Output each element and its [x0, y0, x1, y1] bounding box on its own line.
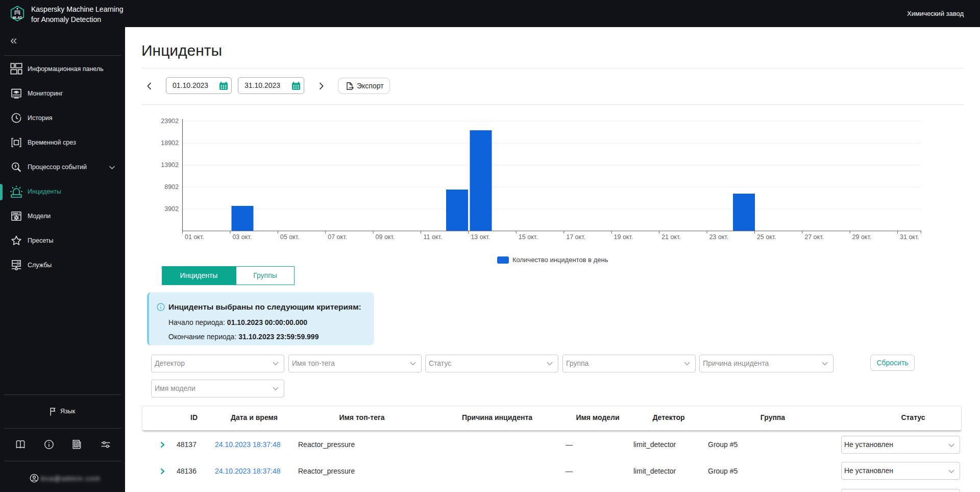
svg-text:25 окт.: 25 окт.: [757, 233, 776, 241]
svg-text:19 окт.: 19 окт.: [614, 233, 633, 241]
svg-text:07 окт.: 07 окт.: [328, 233, 347, 241]
svg-text:23 окт.: 23 окт.: [709, 233, 728, 241]
svg-text:13902: 13902: [161, 161, 179, 169]
svg-text:11 окт.: 11 окт.: [423, 233, 442, 241]
svg-text:03 окт.: 03 окт.: [232, 233, 252, 241]
svg-text:01 окт.: 01 окт.: [185, 233, 204, 241]
svg-text:18902: 18902: [161, 139, 179, 147]
svg-text:21 окт.: 21 окт.: [662, 233, 681, 241]
svg-text:29 окт.: 29 окт.: [852, 233, 872, 241]
svg-text:MLAD: MLAD: [13, 16, 22, 19]
svg-text:09 окт.: 09 окт.: [376, 233, 395, 241]
svg-text:15 окт.: 15 окт.: [519, 233, 538, 241]
svg-text:17 окт.: 17 окт.: [566, 233, 585, 241]
svg-text:13 окт.: 13 окт.: [471, 233, 490, 241]
svg-text:3902: 3902: [164, 205, 179, 213]
svg-text:8902: 8902: [164, 183, 179, 191]
svg-text:23902: 23902: [161, 118, 179, 125]
svg-text:05 окт.: 05 окт.: [280, 233, 300, 241]
svg-text:27 окт.: 27 окт.: [804, 233, 824, 241]
svg-text:31 окт.: 31 окт.: [900, 233, 919, 241]
